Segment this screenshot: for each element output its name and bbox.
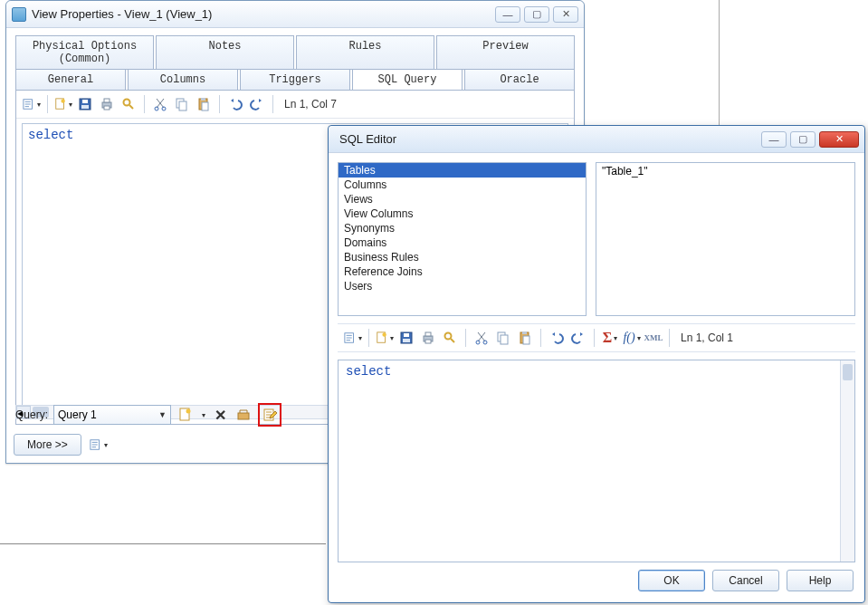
- copy-button[interactable]: [493, 328, 513, 348]
- find-button[interactable]: [119, 94, 138, 114]
- toolbar-separator: [465, 329, 466, 347]
- delete-query-button[interactable]: ✕: [211, 406, 229, 424]
- tab-columns[interactable]: Columns: [128, 69, 238, 91]
- toolbar-separator: [594, 329, 595, 347]
- paste-button[interactable]: [194, 94, 214, 114]
- list-item[interactable]: Domains: [339, 235, 586, 250]
- sigma-icon: Σ: [603, 330, 612, 346]
- sql-keyword: select: [28, 128, 73, 142]
- minimize-button[interactable]: —: [495, 6, 520, 23]
- edit-sql-button-highlight: [258, 403, 281, 427]
- find-button[interactable]: [440, 328, 460, 348]
- svg-rect-19: [238, 413, 249, 419]
- properties-button[interactable]: ▾: [22, 94, 42, 114]
- print-button[interactable]: [97, 94, 117, 114]
- svg-rect-7: [104, 99, 110, 102]
- query-label: Query:: [15, 408, 48, 421]
- minimize-button[interactable]: —: [761, 131, 787, 148]
- maximize-button[interactable]: ▢: [790, 131, 816, 148]
- toolbar-separator: [47, 95, 48, 113]
- tab-oracle[interactable]: Oracle: [464, 69, 575, 91]
- cut-button[interactable]: [472, 328, 491, 348]
- list-item[interactable]: Columns: [339, 178, 586, 192]
- list-item[interactable]: Synonyms: [339, 221, 586, 235]
- close-button[interactable]: ✕: [553, 6, 578, 23]
- cut-button[interactable]: [150, 94, 170, 114]
- more-button[interactable]: More >>: [14, 434, 81, 456]
- svg-rect-16: [202, 102, 208, 110]
- list-item[interactable]: Tables: [339, 163, 586, 178]
- close-button[interactable]: ✕: [819, 131, 859, 148]
- save-button[interactable]: [396, 328, 416, 348]
- tab-triggers[interactable]: Triggers: [240, 69, 350, 91]
- function-button[interactable]: f()▾: [622, 328, 642, 348]
- properties-button[interactable]: ▾: [343, 328, 363, 348]
- se-vscrollbar[interactable]: [840, 360, 854, 562]
- query-combobox[interactable]: Query 1 ▼: [53, 405, 171, 425]
- svg-point-2: [61, 99, 64, 102]
- object-listbox[interactable]: "Table_1": [596, 162, 855, 316]
- new-button[interactable]: ▾: [375, 328, 395, 348]
- edit-sql-button[interactable]: [261, 406, 279, 424]
- table-icon: [12, 7, 26, 22]
- tab-sql-query[interactable]: SQL Query: [352, 69, 463, 91]
- chevron-down-icon[interactable]: ▾: [202, 411, 205, 419]
- vp-tabs-row2: General Columns Triggers SQL Query Oracl…: [15, 69, 575, 91]
- sql-editor-window: SQL Editor — ▢ ✕ Tables Columns Views Vi…: [328, 125, 865, 603]
- xml-icon: XML: [644, 333, 663, 342]
- ok-button[interactable]: OK: [638, 570, 705, 591]
- category-listbox[interactable]: Tables Columns Views View Columns Synony…: [338, 162, 587, 316]
- redo-button[interactable]: [568, 328, 588, 348]
- list-item[interactable]: View Columns: [339, 206, 586, 221]
- svg-rect-13: [179, 101, 186, 110]
- svg-rect-8: [104, 106, 110, 110]
- object-item[interactable]: "Table_1": [602, 165, 648, 178]
- undo-button[interactable]: [547, 328, 567, 348]
- vp-tabs-row1: Physical Options (Common) Notes Rules Pr…: [15, 35, 575, 70]
- svg-rect-5: [81, 105, 89, 109]
- toolbar-separator: [272, 95, 273, 113]
- help-button[interactable]: Help: [787, 570, 854, 591]
- tab-general[interactable]: General: [15, 69, 126, 91]
- xml-button[interactable]: XML: [644, 328, 663, 348]
- toolbar-separator: [144, 95, 145, 113]
- properties-small-button[interactable]: ▾: [89, 435, 109, 455]
- maximize-button[interactable]: ▢: [524, 6, 549, 23]
- toolbar-separator: [540, 329, 541, 347]
- se-toolbar: ▾ ▾: [338, 323, 855, 352]
- svg-point-9: [124, 100, 130, 106]
- se-bottom-bar: OK Cancel Help: [338, 570, 855, 593]
- se-sql-textarea[interactable]: select: [339, 360, 854, 562]
- cancel-button[interactable]: Cancel: [712, 570, 779, 591]
- tab-physical-options[interactable]: Physical Options (Common): [15, 35, 154, 70]
- svg-rect-37: [522, 331, 527, 334]
- svg-rect-27: [403, 339, 410, 342]
- undo-button[interactable]: [225, 94, 245, 114]
- list-item[interactable]: Views: [339, 192, 586, 206]
- tool-button[interactable]: [234, 406, 253, 424]
- tab-rules[interactable]: Rules: [296, 35, 434, 70]
- svg-rect-35: [501, 335, 508, 344]
- print-button[interactable]: [418, 328, 438, 348]
- list-item[interactable]: Business Rules: [339, 250, 586, 264]
- save-button[interactable]: [75, 94, 95, 114]
- svg-rect-29: [425, 332, 431, 336]
- svg-rect-30: [425, 340, 431, 343]
- copy-button[interactable]: [172, 94, 192, 114]
- se-top-panels: Tables Columns Views View Columns Synony…: [338, 162, 855, 316]
- vp-cursor-position: Ln 1, Col 7: [279, 98, 337, 110]
- list-item[interactable]: Reference Joins: [339, 264, 586, 279]
- toolbar-separator: [368, 329, 369, 347]
- tab-preview[interactable]: Preview: [436, 35, 575, 70]
- paste-button[interactable]: [515, 328, 535, 348]
- sigma-button[interactable]: Σ▾: [600, 328, 620, 348]
- redo-button[interactable]: [247, 94, 267, 114]
- se-titlebar: SQL Editor — ▢ ✕: [329, 126, 864, 153]
- function-icon: f(): [623, 331, 634, 345]
- list-item[interactable]: Users: [339, 279, 586, 293]
- add-query-button[interactable]: [176, 406, 195, 424]
- scroll-thumb[interactable]: [843, 364, 853, 380]
- tab-notes[interactable]: Notes: [156, 35, 294, 70]
- new-button[interactable]: ▾: [53, 94, 73, 114]
- svg-point-24: [382, 332, 386, 336]
